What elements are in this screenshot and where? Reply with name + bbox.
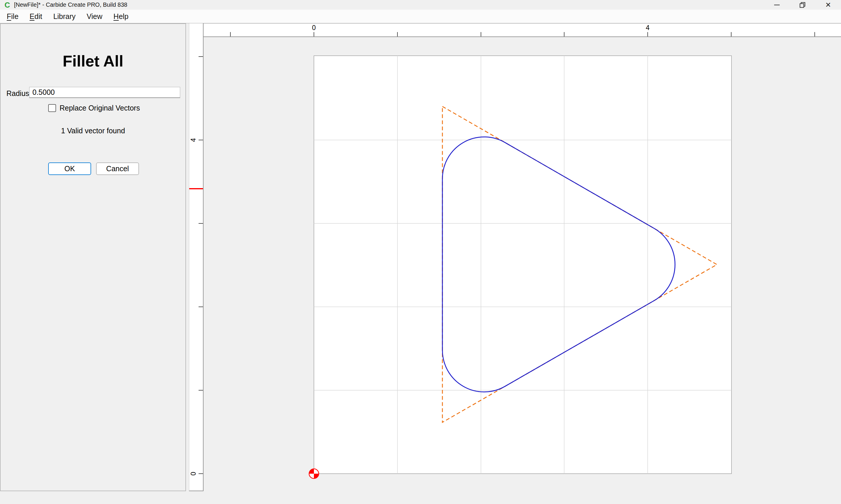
ruler-label: 0 — [308, 24, 320, 32]
replace-original-vectors-row: Replace Original Vectors — [48, 104, 140, 112]
vertical-ruler: 40 — [189, 23, 204, 491]
window-controls: ✕ — [764, 0, 841, 10]
app-logo-icon: C — [3, 1, 11, 9]
ruler-tick — [731, 32, 732, 36]
close-icon: ✕ — [825, 1, 831, 8]
fillet-all-panel: Fillet All Radius Replace Original Vecto… — [0, 23, 186, 491]
ruler-tick — [230, 32, 231, 36]
menu-help[interactable]: Help — [109, 12, 133, 21]
replace-original-vectors-label: Replace Original Vectors — [59, 104, 140, 112]
design-canvas[interactable] — [204, 38, 841, 504]
restore-button[interactable] — [790, 0, 815, 10]
ruler-tick — [814, 32, 815, 36]
ruler-tick — [314, 32, 314, 36]
minimize-icon — [774, 5, 780, 5]
menu-bar: File Edit Library View Help — [0, 10, 841, 23]
window-title: [NewFile]* - Carbide Create PRO, Build 8… — [14, 1, 127, 8]
ruler-tick — [199, 140, 203, 140]
radius-label: Radius — [6, 89, 29, 98]
menu-edit[interactable]: Edit — [25, 12, 47, 21]
replace-original-vectors-checkbox[interactable] — [48, 104, 56, 112]
menu-file[interactable]: File — [2, 12, 23, 21]
radius-input[interactable] — [29, 87, 180, 98]
ruler-tick — [199, 307, 203, 307]
ruler-tick — [199, 56, 203, 57]
ruler-tick — [199, 223, 203, 224]
ruler-tick — [481, 32, 481, 36]
minimize-button[interactable] — [764, 0, 790, 10]
app-window: C [NewFile]* - Carbide Create PRO, Build… — [0, 0, 841, 504]
valid-vector-status: 1 Valid vector found — [1, 127, 185, 135]
ruler-label: 0 — [189, 469, 198, 479]
title-bar: C [NewFile]* - Carbide Create PRO, Build… — [0, 0, 841, 10]
ruler-tick — [647, 32, 648, 36]
ruler-tick — [564, 32, 565, 36]
ruler-position-marker — [189, 188, 203, 189]
panel-title: Fillet All — [1, 52, 185, 70]
ruler-label: 4 — [641, 24, 654, 32]
ruler-tick — [397, 32, 398, 36]
ruler-label: 4 — [189, 135, 198, 145]
ok-button[interactable]: OK — [48, 162, 91, 175]
ruler-tick — [199, 473, 203, 474]
cancel-button[interactable]: Cancel — [96, 162, 139, 175]
restore-icon — [799, 2, 806, 8]
horizontal-ruler: 04 — [189, 23, 841, 37]
menu-library[interactable]: Library — [49, 12, 80, 21]
menu-view[interactable]: View — [82, 12, 107, 21]
ruler-tick — [199, 390, 203, 391]
close-button[interactable]: ✕ — [815, 0, 841, 10]
